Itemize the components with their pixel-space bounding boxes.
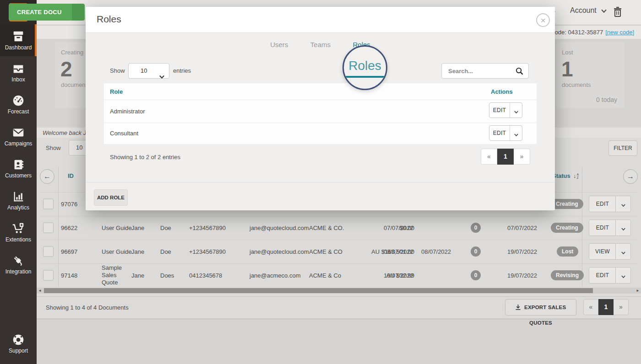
chevron-down-icon[interactable] [615, 244, 630, 259]
column-header-role[interactable]: Role [110, 88, 123, 95]
stat-label: Lost [562, 49, 573, 56]
page-prev-button[interactable]: « [583, 299, 598, 315]
column-header-id[interactable]: ID [68, 172, 74, 179]
sort-az-icon[interactable]: ↓ AZ [573, 172, 579, 179]
action-label[interactable]: VIEW [589, 244, 616, 259]
search-box [441, 63, 529, 79]
roles-pagination: « 1 » [481, 149, 530, 165]
add-role-button[interactable]: ADD ROLE [94, 189, 128, 206]
scroll-right-button[interactable]: → [623, 169, 638, 184]
row-checkbox[interactable] [43, 246, 54, 257]
create-document-button[interactable]: CREATE DOCU [9, 4, 85, 21]
row-checkbox[interactable] [43, 270, 54, 281]
action-label[interactable]: EDIT [489, 126, 510, 140]
chevron-down-icon[interactable] [615, 196, 630, 212]
cell-email: jane@quotecloud.com [250, 225, 309, 231]
cell-company: ACME & CO. [309, 225, 344, 231]
sidebar-item-customers[interactable]: Customers [0, 152, 37, 184]
column-header-actions: Actions [491, 88, 513, 95]
action-label[interactable]: EDIT [589, 196, 616, 212]
modal-tabs: Users Teams Roles [86, 39, 555, 54]
row-action-button[interactable]: EDIT [589, 267, 631, 284]
sidebar-item-dashboard[interactable]: Dashboard [0, 24, 37, 56]
action-label[interactable]: EDIT [489, 103, 510, 118]
status-badge: Creating [551, 223, 583, 233]
sort-arrow: ↓ [573, 172, 576, 179]
row-checkbox[interactable] [43, 199, 54, 209]
scrollbar-right-arrow[interactable]: ► [636, 288, 640, 294]
chevron-down-icon[interactable] [615, 268, 630, 283]
chevron-down-icon[interactable] [615, 220, 630, 236]
role-action-button[interactable]: EDIT [489, 102, 522, 118]
cell-first-name: Jane [131, 272, 144, 279]
row-action-button[interactable]: VIEW [589, 243, 631, 260]
scrollbar-thumb[interactable] [44, 288, 593, 293]
role-action-button[interactable]: EDIT [489, 125, 522, 141]
export-sales-quotes-button[interactable]: EXPORT SALES QUOTES [505, 299, 576, 316]
page-number-button[interactable]: 1 [598, 299, 614, 315]
trash-icon[interactable] [613, 6, 622, 19]
tab-users[interactable]: Users [268, 39, 290, 53]
cell-company: ACME & CO [309, 248, 342, 255]
action-label[interactable]: EDIT [589, 268, 616, 283]
account-menu[interactable]: Account [570, 6, 607, 15]
row-checkbox[interactable] [43, 223, 54, 233]
cell-id: 96622 [61, 225, 77, 231]
archive-box-icon [0, 30, 37, 43]
sidebar-item-extentions[interactable]: Extentions [0, 216, 37, 248]
sidebar-item-support[interactable]: Support [0, 327, 37, 359]
stat-label: Creating [61, 49, 83, 56]
chevron-down-icon[interactable] [510, 103, 522, 118]
search-icon[interactable] [516, 67, 523, 75]
cell-date-created: 19/07/2022 [384, 272, 413, 279]
chevron-down-icon[interactable] [510, 126, 522, 140]
cell-last-name: Does [160, 272, 174, 279]
cell-email: jane@quotecloud.com [250, 248, 309, 255]
download-icon [516, 305, 521, 310]
sidebar-item-forecast[interactable]: Forecast [0, 88, 37, 120]
left-arrow-icon: ← [43, 172, 51, 180]
search-input[interactable] [448, 64, 512, 78]
row-action-button[interactable]: EDIT [589, 196, 631, 212]
sidebar-item-inbox[interactable]: Inbox [0, 56, 37, 88]
status-badge: Revising [551, 270, 584, 280]
page-next-button[interactable]: » [514, 149, 530, 165]
export-label: EXPORT SALES QUOTES [524, 305, 566, 326]
showing-count-text: Showing 1 to 2 of 2 entries [110, 154, 180, 161]
count-badge: 0 [471, 270, 481, 280]
scrollbar-left-arrow[interactable]: ◄ [38, 288, 42, 294]
close-icon[interactable]: × [536, 13, 550, 27]
life-ring-icon [0, 333, 37, 347]
cell-title: Sample Sales Quote [102, 264, 133, 286]
horizontal-scrollbar[interactable]: ◄ ► [37, 288, 641, 294]
create-button-caret-segment[interactable] [72, 4, 85, 21]
row-action-button[interactable]: EDIT [589, 219, 631, 236]
page-prev-button[interactable]: « [481, 149, 497, 165]
showing-count-text: Showing 1 to 4 of 4 Documents [46, 304, 129, 311]
cell-date-updated: 19/07/2022 [507, 248, 537, 255]
new-code-link[interactable]: [new code] [605, 29, 634, 36]
action-label[interactable]: EDIT [589, 220, 616, 236]
sidebar-item-analytics[interactable]: Analytics [0, 184, 37, 216]
role-name: Consultant [110, 130, 138, 137]
cell-last-name: Doe [160, 225, 171, 231]
show-label: Show [46, 145, 61, 151]
filter-button[interactable]: FILTER [608, 140, 637, 156]
cell-id: 97148 [61, 272, 77, 279]
entries-label: entries [173, 67, 191, 74]
documents-footer: Showing 1 to 4 of 4 Documents EXPORT SAL… [37, 296, 641, 319]
stat-value: 2 [60, 57, 72, 81]
gauge-icon [0, 94, 37, 107]
modal-header: Roles × [86, 7, 555, 33]
page-number-button[interactable]: 1 [497, 149, 514, 165]
sidebar-item-label: Integration [0, 268, 37, 275]
page-next-button[interactable]: » [614, 299, 629, 315]
status-badge: Lost [557, 246, 578, 257]
tab-teams[interactable]: Teams [308, 39, 333, 53]
scroll-left-button[interactable]: ← [40, 169, 54, 184]
show-label: Show [110, 67, 125, 74]
sidebar-item-label: Inbox [0, 76, 37, 83]
sidebar-item-campaigns[interactable]: Campaigns [0, 120, 37, 152]
sidebar-item-integration[interactable]: Integration [0, 248, 37, 280]
entries-per-page-select[interactable]: 10 [128, 63, 169, 79]
